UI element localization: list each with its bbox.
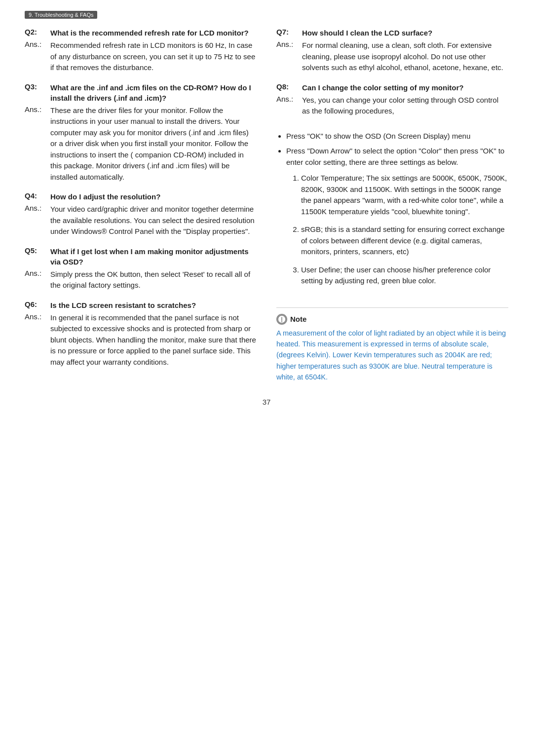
- q8-question-row: Q8: Can I change the color setting of my…: [276, 82, 508, 93]
- q3-text: What are the .inf and .icm files on the …: [50, 82, 257, 103]
- q8-ans-label: Ans.:: [276, 95, 302, 117]
- q2-text: What is the recommended refresh rate for…: [50, 28, 249, 38]
- note-icon: [276, 314, 287, 325]
- q3-answer-row: Ans.: These are the driver files for you…: [25, 105, 257, 183]
- q8-answer-row: Ans.: Yes, you can change your color set…: [276, 95, 508, 117]
- qa-block-q5: Q5: What if I get lost when I am making …: [25, 246, 257, 291]
- qa-block-q8: Q8: Can I change the color setting of my…: [276, 82, 508, 117]
- q7-ans-label: Ans.:: [276, 40, 302, 74]
- note-header-text: Note: [290, 315, 306, 323]
- svg-point-3: [281, 321, 282, 322]
- q7-ans-text: For normal cleaning, use a clean, soft c…: [302, 40, 508, 74]
- q4-question-row: Q4: How do I adjust the resolution?: [25, 191, 257, 202]
- q5-ans-text: Simply press the OK button, then select …: [50, 269, 257, 291]
- q5-ans-label: Ans.:: [25, 269, 50, 291]
- q2-answer-row: Ans.: Recommended refresh rate in LCD mo…: [25, 40, 257, 74]
- numbered-item-2: sRGB; this is a standard setting for ens…: [301, 224, 508, 258]
- osd-bullet-list: Press "OK" to show the OSD (On Screen Di…: [286, 131, 508, 294]
- q5-text: What if I get lost when I am making moni…: [50, 246, 257, 267]
- qa-block-q6: Q6: Is the LCD screen resistant to scrat…: [25, 300, 257, 368]
- q2-label: Q2:: [25, 28, 50, 38]
- q4-label: Q4:: [25, 191, 50, 202]
- q4-text: How do I adjust the resolution?: [50, 191, 160, 202]
- q7-question-row: Q7: How should I clean the LCD surface?: [276, 28, 508, 38]
- q4-ans-text: Your video card/graphic driver and monit…: [50, 204, 257, 237]
- left-column: Q2: What is the recommended refresh rate…: [25, 28, 257, 383]
- q2-ans-label: Ans.:: [25, 40, 50, 74]
- q4-answer-row: Ans.: Your video card/graphic driver and…: [25, 204, 257, 237]
- qa-block-q7: Q7: How should I clean the LCD surface? …: [276, 28, 508, 74]
- right-column: Q7: How should I clean the LCD surface? …: [276, 28, 508, 383]
- q6-ans-label: Ans.:: [25, 312, 50, 368]
- note-box: Note A measurement of the color of light…: [276, 307, 508, 383]
- q7-label: Q7:: [276, 28, 302, 38]
- q5-label: Q5:: [25, 246, 50, 267]
- numbered-item-3: User Define; the user can choose his/her…: [301, 265, 508, 287]
- color-numbered-list: Color Temperature; The six settings are …: [301, 173, 508, 287]
- numbered-item-1: Color Temperature; The six settings are …: [301, 173, 508, 217]
- q3-ans-text: These are the driver files for your moni…: [50, 105, 257, 183]
- bullet-item-2: Press "Down Arrow" to select the option …: [286, 146, 508, 287]
- q6-question-row: Q6: Is the LCD screen resistant to scrat…: [25, 300, 257, 310]
- q3-question-row: Q3: What are the .inf and .icm files on …: [25, 82, 257, 103]
- section-tag: 9. Troubleshooting & FAQs: [25, 11, 97, 19]
- qa-block-q4: Q4: How do I adjust the resolution? Ans.…: [25, 191, 257, 237]
- qa-block-q2: Q2: What is the recommended refresh rate…: [25, 28, 257, 74]
- q2-question-row: Q2: What is the recommended refresh rate…: [25, 28, 257, 38]
- q5-answer-row: Ans.: Simply press the OK button, then s…: [25, 269, 257, 291]
- qa-block-q3: Q3: What are the .inf and .icm files on …: [25, 82, 257, 183]
- q8-label: Q8:: [276, 82, 302, 93]
- page-wrapper: 9. Troubleshooting & FAQs Q2: What is th…: [20, 10, 513, 406]
- q3-ans-label: Ans.:: [25, 105, 50, 183]
- q8-ans-text: Yes, you can change your color setting t…: [302, 95, 508, 117]
- q8-text: Can I change the color setting of my mon…: [302, 82, 464, 93]
- q6-label: Q6:: [25, 300, 50, 310]
- q4-ans-label: Ans.:: [25, 204, 50, 237]
- bullet-item-1: Press "OK" to show the OSD (On Screen Di…: [286, 131, 508, 142]
- q7-text: How should I clean the LCD surface?: [302, 28, 432, 38]
- two-column-layout: Q2: What is the recommended refresh rate…: [25, 28, 508, 383]
- q5-question-row: Q5: What if I get lost when I am making …: [25, 246, 257, 267]
- q7-answer-row: Ans.: For normal cleaning, use a clean, …: [276, 40, 508, 74]
- q6-answer-row: Ans.: In general it is recommended that …: [25, 312, 257, 368]
- q6-ans-text: In general it is recommended that the pa…: [50, 312, 257, 368]
- q6-text: Is the LCD screen resistant to scratches…: [50, 300, 196, 310]
- q3-label: Q3:: [25, 82, 50, 103]
- page-number: 37: [25, 398, 508, 406]
- note-header: Note: [276, 314, 508, 325]
- note-body-text: A measurement of the color of light radi…: [276, 328, 508, 383]
- q2-ans-text: Recommended refresh rate in LCD monitors…: [50, 40, 257, 74]
